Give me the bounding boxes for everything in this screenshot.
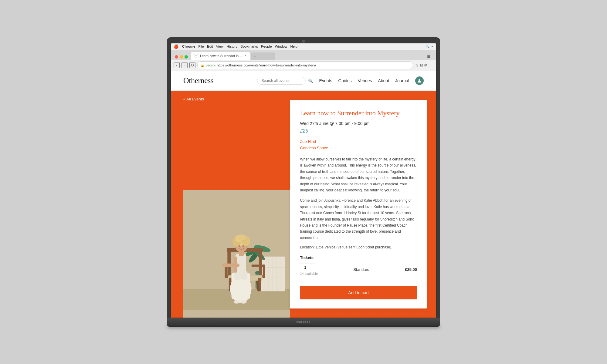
nav-guides[interactable]: Guides <box>338 78 351 83</box>
svg-rect-33 <box>263 265 265 278</box>
new-tab-button[interactable]: + <box>251 52 275 60</box>
svg-rect-23 <box>259 249 262 278</box>
ticket-quantity-area: 14 available <box>300 264 318 275</box>
addressbar-actions: ☆ ⊡ M ⋮ <box>415 62 433 68</box>
svg-rect-2 <box>427 57 430 58</box>
event-photo-svg <box>183 190 290 318</box>
site-search-area: 🔍 <box>257 77 313 85</box>
event-hero-section: « All Events <box>171 91 436 318</box>
nav-about[interactable]: About <box>378 78 389 83</box>
event-title: Learn how to Surrender into Mystery <box>300 109 417 118</box>
event-image <box>183 190 290 318</box>
tab-title: Learn how to Surrender into M <box>200 54 242 58</box>
mac-menu-help[interactable]: Help <box>290 45 298 48</box>
browser-forward-button[interactable]: › <box>181 62 188 68</box>
nav-journal[interactable]: Journal <box>395 78 409 83</box>
active-browser-tab[interactable]: ○ Learn how to Surrender into M ✕ <box>191 52 250 60</box>
search-input[interactable] <box>257 77 306 85</box>
svg-rect-50 <box>234 257 237 273</box>
mac-search-icon[interactable]: 🔍 <box>426 45 430 49</box>
browser-addressbar: ‹ › ↻ 🔒 Secure https://otherness.co/even… <box>171 60 436 71</box>
tab-favicon: ○ <box>194 54 198 58</box>
browser-back-button[interactable]: ‹ <box>174 62 180 68</box>
tab-menu-icon[interactable] <box>427 54 431 59</box>
svg-point-47 <box>242 245 244 247</box>
ticket-price-value: £25.00 <box>405 267 417 272</box>
browser-tabs-bar: ○ Learn how to Surrender into M ✕ + <box>171 50 436 60</box>
svg-point-52 <box>234 300 240 304</box>
minimize-window-button[interactable] <box>180 55 183 59</box>
ticket-quantity-input[interactable] <box>300 264 315 271</box>
mac-menu-items: Chrome File Edit View History Bookmarks … <box>182 45 297 48</box>
site-header: Otherness 🔍 Events Guides Venues About J… <box>171 71 436 91</box>
svg-rect-22 <box>227 249 231 278</box>
event-details-card: Learn how to Surrender into Mystery Wed … <box>290 100 427 308</box>
browser-menu-icon[interactable]: ⋮ <box>429 62 433 68</box>
ticket-row: 14 available Standard £25.00 <box>300 264 417 279</box>
search-button[interactable]: 🔍 <box>308 79 313 83</box>
new-tab-icon: + <box>254 54 256 58</box>
maximize-window-button[interactable] <box>185 55 188 59</box>
secure-label: Secure <box>205 63 215 67</box>
screen: 🍎 Chrome File Edit View History Bookmark… <box>171 43 436 318</box>
add-to-cart-button[interactable]: Add to cart <box>300 286 417 299</box>
tab-close-button[interactable]: ✕ <box>244 54 247 57</box>
event-host-info: Zoe Hind Goddess Space <box>300 139 417 151</box>
svg-point-45 <box>237 235 246 241</box>
mac-menu-view[interactable]: View <box>216 45 224 48</box>
site-logo[interactable]: Otherness <box>183 76 213 85</box>
tickets-section: Tickets 14 available Standard £25.00 Add… <box>300 255 417 299</box>
traffic-lights <box>175 55 188 59</box>
close-window-button[interactable] <box>175 55 178 59</box>
mac-menu-people[interactable]: People <box>261 45 272 48</box>
mac-menu-history[interactable]: History <box>227 45 238 48</box>
address-bar[interactable]: 🔒 Secure https://otherness.co/events/lea… <box>197 61 413 69</box>
apple-menu-icon[interactable]: 🍎 <box>174 44 178 49</box>
svg-point-46 <box>239 245 240 247</box>
svg-point-51 <box>232 279 250 303</box>
macbook-frame: 🍎 Chrome File Edit View History Bookmark… <box>167 37 440 327</box>
mac-menu-file[interactable]: File <box>198 45 204 48</box>
mac-menu-extras-icon[interactable]: ≡ <box>432 45 433 49</box>
mac-menubar: 🍎 Chrome File Edit View History Bookmark… <box>171 43 436 50</box>
cast-icon[interactable]: ⊡ <box>420 63 423 67</box>
nav-venues[interactable]: Venues <box>358 78 372 83</box>
bookmark-star-icon[interactable]: ☆ <box>415 63 419 68</box>
svg-point-53 <box>240 300 247 304</box>
nav-events[interactable]: Events <box>319 78 332 83</box>
mac-menu-window[interactable]: Window <box>275 45 287 48</box>
event-description-1: When we allow ourselves to fall into the… <box>300 156 417 193</box>
event-host-venue: Goddess Space <box>300 145 417 151</box>
macbook-bottom-bezel: MacBook <box>167 318 440 324</box>
svg-rect-1 <box>427 56 430 57</box>
macbook-base <box>167 324 440 327</box>
mac-menu-edit[interactable]: Edit <box>207 45 213 48</box>
svg-rect-0 <box>427 55 430 56</box>
macbook-screen-bezel: 🍎 Chrome File Edit View History Bookmark… <box>167 37 440 318</box>
event-location: Location: Little Venice (venue sent upon… <box>300 245 417 249</box>
event-host-name: Zoe Hind <box>300 139 417 145</box>
event-datetime: Wed 27th June @ 7:00 pm - 9:00 pm <box>300 121 417 126</box>
lock-icon: 🔒 <box>201 64 204 67</box>
website-content: Otherness 🔍 Events Guides Venues About J… <box>171 71 436 318</box>
tickets-available: 14 available <box>300 272 318 275</box>
event-price: £25 <box>300 128 417 134</box>
macbook-label: MacBook <box>296 320 311 323</box>
mac-menu-bookmarks[interactable]: Bookmarks <box>240 45 258 48</box>
extension-icon[interactable]: M <box>424 63 427 67</box>
site-nav: Events Guides Venues About Journal <box>319 76 424 85</box>
svg-point-49 <box>222 263 228 267</box>
event-description-2: Come and join Anoushka Florence and Kati… <box>300 197 417 241</box>
user-account-icon[interactable] <box>415 76 424 85</box>
mac-menu-chrome[interactable]: Chrome <box>182 45 195 48</box>
ticket-type-label: Standard <box>323 267 400 272</box>
tickets-label: Tickets <box>300 255 417 260</box>
browser-refresh-button[interactable]: ↻ <box>189 62 195 68</box>
url-text: https://otherness.co/events/learn-how-to… <box>217 63 316 67</box>
event-image-area <box>171 91 290 318</box>
